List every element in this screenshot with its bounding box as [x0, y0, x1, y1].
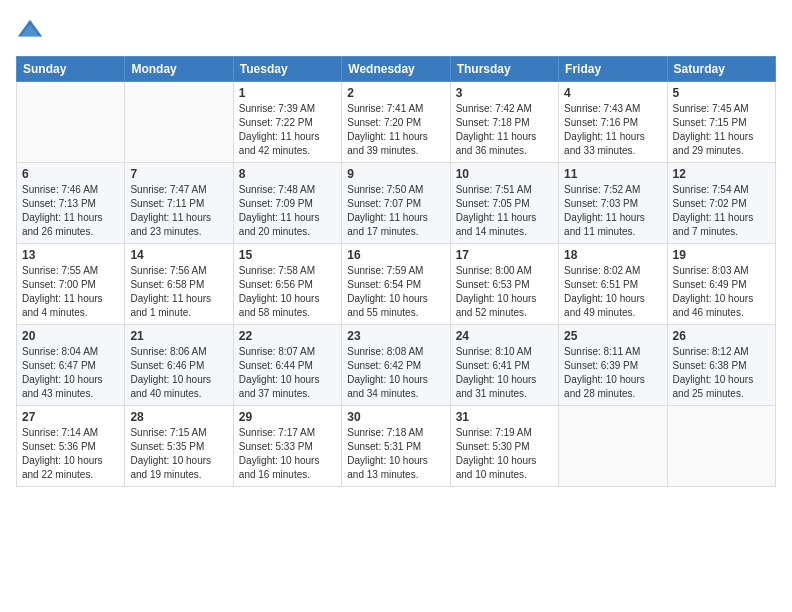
day-cell — [125, 82, 233, 163]
day-info: Sunrise: 7:51 AM Sunset: 7:05 PM Dayligh… — [456, 183, 553, 239]
day-cell: 12Sunrise: 7:54 AM Sunset: 7:02 PM Dayli… — [667, 163, 775, 244]
day-number: 4 — [564, 86, 661, 100]
day-info: Sunrise: 7:42 AM Sunset: 7:18 PM Dayligh… — [456, 102, 553, 158]
day-cell: 25Sunrise: 8:11 AM Sunset: 6:39 PM Dayli… — [559, 325, 667, 406]
day-number: 31 — [456, 410, 553, 424]
day-cell: 3Sunrise: 7:42 AM Sunset: 7:18 PM Daylig… — [450, 82, 558, 163]
day-cell: 18Sunrise: 8:02 AM Sunset: 6:51 PM Dayli… — [559, 244, 667, 325]
day-info: Sunrise: 7:50 AM Sunset: 7:07 PM Dayligh… — [347, 183, 444, 239]
day-cell: 28Sunrise: 7:15 AM Sunset: 5:35 PM Dayli… — [125, 406, 233, 487]
day-number: 11 — [564, 167, 661, 181]
day-cell: 2Sunrise: 7:41 AM Sunset: 7:20 PM Daylig… — [342, 82, 450, 163]
weekday-header-saturday: Saturday — [667, 57, 775, 82]
day-info: Sunrise: 7:45 AM Sunset: 7:15 PM Dayligh… — [673, 102, 770, 158]
day-number: 23 — [347, 329, 444, 343]
day-number: 18 — [564, 248, 661, 262]
day-cell: 17Sunrise: 8:00 AM Sunset: 6:53 PM Dayli… — [450, 244, 558, 325]
day-info: Sunrise: 7:54 AM Sunset: 7:02 PM Dayligh… — [673, 183, 770, 239]
day-cell — [667, 406, 775, 487]
day-cell: 1Sunrise: 7:39 AM Sunset: 7:22 PM Daylig… — [233, 82, 341, 163]
page-header — [16, 16, 776, 44]
day-cell — [17, 82, 125, 163]
day-number: 22 — [239, 329, 336, 343]
logo — [16, 16, 48, 44]
day-number: 14 — [130, 248, 227, 262]
day-number: 26 — [673, 329, 770, 343]
day-number: 9 — [347, 167, 444, 181]
day-number: 27 — [22, 410, 119, 424]
day-info: Sunrise: 7:48 AM Sunset: 7:09 PM Dayligh… — [239, 183, 336, 239]
day-info: Sunrise: 7:46 AM Sunset: 7:13 PM Dayligh… — [22, 183, 119, 239]
day-cell: 6Sunrise: 7:46 AM Sunset: 7:13 PM Daylig… — [17, 163, 125, 244]
day-number: 8 — [239, 167, 336, 181]
weekday-header-thursday: Thursday — [450, 57, 558, 82]
day-cell: 16Sunrise: 7:59 AM Sunset: 6:54 PM Dayli… — [342, 244, 450, 325]
day-info: Sunrise: 7:15 AM Sunset: 5:35 PM Dayligh… — [130, 426, 227, 482]
day-number: 2 — [347, 86, 444, 100]
week-row-4: 20Sunrise: 8:04 AM Sunset: 6:47 PM Dayli… — [17, 325, 776, 406]
logo-icon — [16, 16, 44, 44]
day-info: Sunrise: 7:18 AM Sunset: 5:31 PM Dayligh… — [347, 426, 444, 482]
day-number: 6 — [22, 167, 119, 181]
day-number: 13 — [22, 248, 119, 262]
day-number: 28 — [130, 410, 227, 424]
day-cell: 29Sunrise: 7:17 AM Sunset: 5:33 PM Dayli… — [233, 406, 341, 487]
weekday-header-tuesday: Tuesday — [233, 57, 341, 82]
day-cell: 26Sunrise: 8:12 AM Sunset: 6:38 PM Dayli… — [667, 325, 775, 406]
day-info: Sunrise: 8:03 AM Sunset: 6:49 PM Dayligh… — [673, 264, 770, 320]
day-cell: 30Sunrise: 7:18 AM Sunset: 5:31 PM Dayli… — [342, 406, 450, 487]
day-number: 12 — [673, 167, 770, 181]
day-info: Sunrise: 7:55 AM Sunset: 7:00 PM Dayligh… — [22, 264, 119, 320]
day-number: 1 — [239, 86, 336, 100]
day-number: 30 — [347, 410, 444, 424]
day-cell — [559, 406, 667, 487]
day-cell: 24Sunrise: 8:10 AM Sunset: 6:41 PM Dayli… — [450, 325, 558, 406]
day-cell: 5Sunrise: 7:45 AM Sunset: 7:15 PM Daylig… — [667, 82, 775, 163]
day-cell: 13Sunrise: 7:55 AM Sunset: 7:00 PM Dayli… — [17, 244, 125, 325]
day-number: 17 — [456, 248, 553, 262]
day-info: Sunrise: 8:07 AM Sunset: 6:44 PM Dayligh… — [239, 345, 336, 401]
day-info: Sunrise: 7:41 AM Sunset: 7:20 PM Dayligh… — [347, 102, 444, 158]
day-number: 7 — [130, 167, 227, 181]
day-info: Sunrise: 7:59 AM Sunset: 6:54 PM Dayligh… — [347, 264, 444, 320]
day-cell: 15Sunrise: 7:58 AM Sunset: 6:56 PM Dayli… — [233, 244, 341, 325]
day-info: Sunrise: 7:19 AM Sunset: 5:30 PM Dayligh… — [456, 426, 553, 482]
day-info: Sunrise: 7:47 AM Sunset: 7:11 PM Dayligh… — [130, 183, 227, 239]
day-info: Sunrise: 8:10 AM Sunset: 6:41 PM Dayligh… — [456, 345, 553, 401]
day-cell: 14Sunrise: 7:56 AM Sunset: 6:58 PM Dayli… — [125, 244, 233, 325]
day-number: 15 — [239, 248, 336, 262]
day-info: Sunrise: 8:12 AM Sunset: 6:38 PM Dayligh… — [673, 345, 770, 401]
day-cell: 11Sunrise: 7:52 AM Sunset: 7:03 PM Dayli… — [559, 163, 667, 244]
day-cell: 20Sunrise: 8:04 AM Sunset: 6:47 PM Dayli… — [17, 325, 125, 406]
day-cell: 7Sunrise: 7:47 AM Sunset: 7:11 PM Daylig… — [125, 163, 233, 244]
day-number: 29 — [239, 410, 336, 424]
day-info: Sunrise: 8:11 AM Sunset: 6:39 PM Dayligh… — [564, 345, 661, 401]
day-cell: 9Sunrise: 7:50 AM Sunset: 7:07 PM Daylig… — [342, 163, 450, 244]
day-info: Sunrise: 8:04 AM Sunset: 6:47 PM Dayligh… — [22, 345, 119, 401]
day-cell: 27Sunrise: 7:14 AM Sunset: 5:36 PM Dayli… — [17, 406, 125, 487]
day-cell: 10Sunrise: 7:51 AM Sunset: 7:05 PM Dayli… — [450, 163, 558, 244]
day-number: 21 — [130, 329, 227, 343]
day-cell: 23Sunrise: 8:08 AM Sunset: 6:42 PM Dayli… — [342, 325, 450, 406]
day-number: 10 — [456, 167, 553, 181]
day-number: 3 — [456, 86, 553, 100]
day-info: Sunrise: 7:43 AM Sunset: 7:16 PM Dayligh… — [564, 102, 661, 158]
day-info: Sunrise: 7:17 AM Sunset: 5:33 PM Dayligh… — [239, 426, 336, 482]
day-number: 16 — [347, 248, 444, 262]
calendar-table: SundayMondayTuesdayWednesdayThursdayFrid… — [16, 56, 776, 487]
day-info: Sunrise: 8:00 AM Sunset: 6:53 PM Dayligh… — [456, 264, 553, 320]
week-row-3: 13Sunrise: 7:55 AM Sunset: 7:00 PM Dayli… — [17, 244, 776, 325]
day-cell: 8Sunrise: 7:48 AM Sunset: 7:09 PM Daylig… — [233, 163, 341, 244]
day-cell: 4Sunrise: 7:43 AM Sunset: 7:16 PM Daylig… — [559, 82, 667, 163]
day-cell: 21Sunrise: 8:06 AM Sunset: 6:46 PM Dayli… — [125, 325, 233, 406]
day-cell: 19Sunrise: 8:03 AM Sunset: 6:49 PM Dayli… — [667, 244, 775, 325]
day-cell: 22Sunrise: 8:07 AM Sunset: 6:44 PM Dayli… — [233, 325, 341, 406]
day-info: Sunrise: 8:08 AM Sunset: 6:42 PM Dayligh… — [347, 345, 444, 401]
weekday-header-wednesday: Wednesday — [342, 57, 450, 82]
day-info: Sunrise: 7:56 AM Sunset: 6:58 PM Dayligh… — [130, 264, 227, 320]
week-row-1: 1Sunrise: 7:39 AM Sunset: 7:22 PM Daylig… — [17, 82, 776, 163]
day-info: Sunrise: 7:58 AM Sunset: 6:56 PM Dayligh… — [239, 264, 336, 320]
weekday-header-monday: Monday — [125, 57, 233, 82]
weekday-header-row: SundayMondayTuesdayWednesdayThursdayFrid… — [17, 57, 776, 82]
day-number: 24 — [456, 329, 553, 343]
